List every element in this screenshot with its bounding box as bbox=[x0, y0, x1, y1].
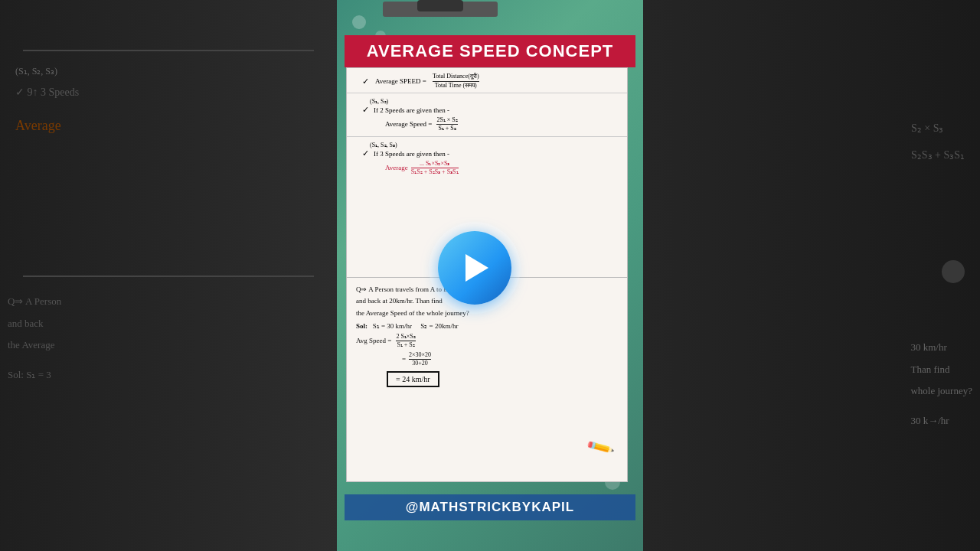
bg-right-text: S₂ × S₃ S₂S₃ + S₃S₁ bbox=[911, 115, 965, 168]
watermark-badge: @MATHSTRICKBYKAPIL bbox=[345, 494, 635, 520]
pen-hand-icon: ✏️ bbox=[585, 432, 616, 462]
watermark-text: @MATHSTRICKBYKAPIL bbox=[406, 500, 574, 514]
video-container: (S₁, S₂, S₃) ✓ 9↑ 3 Speeds Average Q⇒ A … bbox=[0, 0, 980, 551]
formula-2speeds: (S₁, S₂) ✓ If 2 Speeds are given then - … bbox=[347, 93, 627, 137]
bg-right-panel: S₂ × S₃ S₂S₃ + S₃S₁ 30 km/hr Than find w… bbox=[643, 0, 980, 551]
bg-left-bottom-text: Q⇒ A Person and back the Average Sol: S₁… bbox=[8, 291, 61, 386]
formula-3speeds: (S₁, S₂, S₃) ✓ If 3 Speeds are given the… bbox=[347, 137, 627, 180]
play-button-outer bbox=[429, 222, 521, 314]
bg-left-text: (S₁, S₂, S₃) ✓ 9↑ 3 Speeds Average bbox=[15, 61, 79, 142]
bg-left-panel: (S₁, S₂, S₃) ✓ 9↑ 3 Speeds Average Q⇒ A … bbox=[0, 0, 337, 551]
result-box: = 24 km/hr bbox=[387, 371, 439, 387]
title-badge: AVERAGE SPEED CONCEPT bbox=[345, 35, 635, 67]
play-button-inner bbox=[438, 231, 511, 305]
avg-formula: Avg Speed = 2 S₁×S₂ S₁ + S₂ bbox=[356, 333, 618, 348]
bg-right-bottom-text: 30 km/hr Than find whole journey? 30 k→/… bbox=[910, 337, 972, 432]
formula-speed: ✓ Average SPEED = Total Distance(दूरी) T… bbox=[347, 68, 627, 93]
calc-step1: = 2×30×20 30+20 bbox=[402, 351, 618, 367]
title-text: AVERAGE SPEED CONCEPT bbox=[367, 41, 614, 60]
play-button[interactable] bbox=[429, 222, 521, 314]
solution-text: Sol: S₁ = 30 km/hr S₂ = 20km/hr bbox=[356, 322, 618, 330]
play-triangle-icon bbox=[466, 254, 488, 282]
clipboard-clip bbox=[417, 0, 463, 11]
